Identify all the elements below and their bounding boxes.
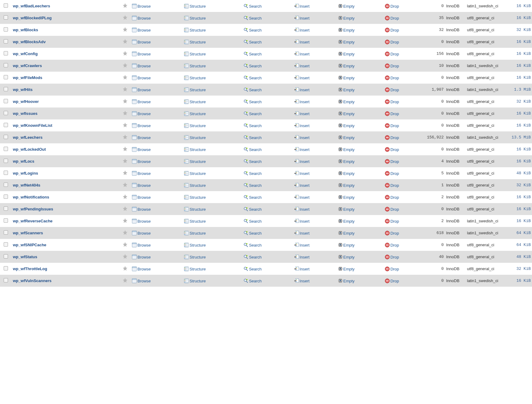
favorite-star-icon[interactable] <box>122 206 128 211</box>
insert-link[interactable]: Insert <box>294 52 310 56</box>
search-link[interactable]: Search <box>243 4 262 9</box>
empty-link[interactable]: Empty <box>338 183 355 188</box>
empty-link[interactable]: Empty <box>338 64 355 68</box>
empty-link[interactable]: Empty <box>338 135 355 140</box>
row-checkbox[interactable] <box>4 111 8 115</box>
row-checkbox[interactable] <box>4 206 8 211</box>
table-name-link[interactable]: wp_wfBadLeechers <box>13 4 50 8</box>
structure-link[interactable]: Structure <box>184 100 206 104</box>
empty-link[interactable]: Empty <box>338 4 355 9</box>
favorite-star-icon[interactable] <box>122 110 128 116</box>
drop-link[interactable]: Drop <box>385 88 399 92</box>
insert-link[interactable]: Insert <box>294 123 310 128</box>
structure-link[interactable]: Structure <box>184 231 206 236</box>
browse-link[interactable]: Browse <box>132 219 151 224</box>
row-checkbox[interactable] <box>4 230 8 235</box>
search-link[interactable]: Search <box>243 171 262 176</box>
favorite-star-icon[interactable] <box>122 218 128 223</box>
insert-link[interactable]: Insert <box>294 28 310 32</box>
structure-link[interactable]: Structure <box>184 243 206 247</box>
structure-link[interactable]: Structure <box>184 135 206 140</box>
drop-link[interactable]: Drop <box>385 231 399 236</box>
drop-link[interactable]: Drop <box>385 40 399 44</box>
table-name-link[interactable]: wp_wfStatus <box>13 255 37 259</box>
favorite-star-icon[interactable] <box>122 242 128 247</box>
browse-link[interactable]: Browse <box>132 243 151 247</box>
favorite-star-icon[interactable] <box>122 27 128 32</box>
drop-link[interactable]: Drop <box>385 135 399 140</box>
search-link[interactable]: Search <box>243 255 262 259</box>
structure-link[interactable]: Structure <box>184 267 206 271</box>
browse-link[interactable]: Browse <box>132 28 151 32</box>
search-link[interactable]: Search <box>243 231 262 236</box>
favorite-star-icon[interactable] <box>122 266 128 271</box>
empty-link[interactable]: Empty <box>338 279 355 283</box>
table-name-link[interactable]: wp_wfBlocksAdv <box>13 40 46 44</box>
search-link[interactable]: Search <box>243 16 262 21</box>
search-link[interactable]: Search <box>243 243 262 247</box>
drop-link[interactable]: Drop <box>385 207 399 212</box>
table-name-link[interactable]: wp_wfHoover <box>13 99 39 104</box>
structure-link[interactable]: Structure <box>184 76 206 80</box>
empty-link[interactable]: Empty <box>338 28 355 32</box>
structure-link[interactable]: Structure <box>184 219 206 224</box>
insert-link[interactable]: Insert <box>294 64 310 68</box>
favorite-star-icon[interactable] <box>122 51 128 56</box>
table-name-link[interactable]: wp_wfNotifications <box>13 195 49 199</box>
browse-link[interactable]: Browse <box>132 207 151 212</box>
browse-link[interactable]: Browse <box>132 135 151 140</box>
drop-link[interactable]: Drop <box>385 76 399 80</box>
drop-link[interactable]: Drop <box>385 4 399 9</box>
insert-link[interactable]: Insert <box>294 171 310 176</box>
table-name-link[interactable]: wp_wfLocs <box>13 159 34 164</box>
favorite-star-icon[interactable] <box>122 254 128 259</box>
row-checkbox[interactable] <box>4 87 8 91</box>
table-name-link[interactable]: wp_wfLogins <box>13 171 38 176</box>
browse-link[interactable]: Browse <box>132 171 151 176</box>
favorite-star-icon[interactable] <box>122 3 128 8</box>
favorite-star-icon[interactable] <box>122 146 128 152</box>
favorite-star-icon[interactable] <box>122 230 128 235</box>
favorite-star-icon[interactable] <box>122 74 128 80</box>
table-name-link[interactable]: wp_wfConfig <box>13 51 38 56</box>
drop-link[interactable]: Drop <box>385 243 399 247</box>
empty-link[interactable]: Empty <box>338 100 355 104</box>
empty-link[interactable]: Empty <box>338 219 355 224</box>
browse-link[interactable]: Browse <box>132 52 151 56</box>
structure-link[interactable]: Structure <box>184 183 206 188</box>
structure-link[interactable]: Structure <box>184 111 206 116</box>
table-name-link[interactable]: wp_wfBlocks <box>13 28 38 32</box>
browse-link[interactable]: Browse <box>132 88 151 92</box>
table-name-link[interactable]: wp_wfIssues <box>13 111 37 116</box>
search-link[interactable]: Search <box>243 159 262 164</box>
table-name-link[interactable]: wp_wfVulnScanners <box>13 278 52 283</box>
table-name-link[interactable]: wp_wfScanners <box>13 231 43 235</box>
insert-link[interactable]: Insert <box>294 207 310 212</box>
drop-link[interactable]: Drop <box>385 171 399 176</box>
favorite-star-icon[interactable] <box>122 182 128 187</box>
structure-link[interactable]: Structure <box>184 171 206 176</box>
structure-link[interactable]: Structure <box>184 255 206 259</box>
drop-link[interactable]: Drop <box>385 159 399 164</box>
empty-link[interactable]: Empty <box>338 111 355 116</box>
search-link[interactable]: Search <box>243 183 262 188</box>
table-name-link[interactable]: wp_wfPendingIssues <box>13 207 53 211</box>
insert-link[interactable]: Insert <box>294 195 310 200</box>
table-name-link[interactable]: wp_wfCrawlers <box>13 63 42 68</box>
insert-link[interactable]: Insert <box>294 16 310 21</box>
drop-link[interactable]: Drop <box>385 147 399 152</box>
drop-link[interactable]: Drop <box>385 279 399 283</box>
empty-link[interactable]: Empty <box>338 159 355 164</box>
table-name-link[interactable]: wp_wfBlockedIPLog <box>13 16 52 20</box>
row-checkbox[interactable] <box>4 159 8 163</box>
browse-link[interactable]: Browse <box>132 4 151 9</box>
table-name-link[interactable]: wp_wfLeechers <box>13 135 43 140</box>
insert-link[interactable]: Insert <box>294 135 310 140</box>
favorite-star-icon[interactable] <box>122 39 128 44</box>
row-checkbox[interactable] <box>4 39 8 43</box>
row-checkbox[interactable] <box>4 135 8 139</box>
structure-link[interactable]: Structure <box>184 64 206 68</box>
search-link[interactable]: Search <box>243 28 262 32</box>
row-checkbox[interactable] <box>4 63 8 67</box>
empty-link[interactable]: Empty <box>338 76 355 80</box>
